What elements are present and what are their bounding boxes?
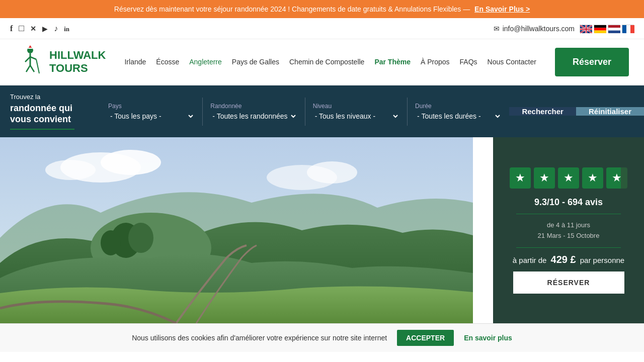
svg-rect-16	[28, 48, 33, 49]
svg-rect-6	[594, 28, 606, 30]
svg-rect-7	[594, 30, 606, 33]
banner-link[interactable]: En Savoir Plus >	[474, 5, 530, 13]
nav-pays-de-galles[interactable]: Pays de Galles	[232, 58, 279, 66]
niveau-select[interactable]: - Tous les niveaux -	[313, 112, 399, 121]
nav-par-theme[interactable]: Par Thème	[374, 58, 411, 66]
rating-dates-line2: 21 Mars - 15 Octobre	[538, 231, 600, 241]
reserve-button[interactable]: Réserver	[555, 48, 629, 76]
niveau-field: Niveau - Tous les niveaux -	[305, 98, 408, 126]
search-heading-line2: randonnée qui	[10, 103, 91, 114]
logo-line1: HILLWALK	[49, 49, 106, 62]
logo-text: HILLWALK TOURS	[49, 49, 106, 75]
rating-dates-line1: de 4 à 11 jours	[538, 220, 600, 231]
duree-field: Durée - Toutes les durées -	[408, 98, 509, 126]
search-heading-line3: vous convient	[10, 114, 91, 125]
nav-irlande[interactable]: Irlande	[124, 58, 146, 66]
logo[interactable]: HILLWALK TOURS	[15, 44, 106, 79]
pays-field: Pays - Tous les pays -	[101, 98, 203, 126]
duree-label: Durée	[415, 103, 502, 110]
nav-contact[interactable]: Nous Contacter	[488, 58, 536, 66]
flag-icons	[580, 25, 634, 33]
svg-point-28	[307, 161, 357, 184]
nav-bar: HILLWALK TOURS Irlande Écosse Angleterre…	[0, 39, 644, 85]
pays-label: Pays	[108, 103, 195, 110]
svg-point-31	[128, 223, 153, 253]
price-value: 429 £	[551, 254, 576, 265]
svg-rect-11	[622, 25, 626, 33]
facebook-icon[interactable]	[10, 23, 13, 34]
price-section: à partir de 429 £ par personne	[513, 254, 624, 265]
svg-rect-9	[608, 28, 620, 30]
svg-point-25	[101, 150, 161, 175]
reset-button[interactable]: Réinitialiser	[576, 107, 644, 116]
svg-rect-5	[594, 25, 606, 28]
social-icons: □	[10, 23, 69, 34]
svg-rect-12	[626, 25, 630, 33]
svg-line-19	[30, 57, 36, 59]
email-icon: ✉	[494, 25, 500, 33]
hero-image	[0, 137, 473, 323]
price-prefix: à partir de	[513, 256, 547, 264]
social-bar: □ ✉ info@hillwalktours.com	[0, 18, 644, 39]
nav-ecosse[interactable]: Écosse	[156, 58, 179, 66]
contact-area: ✉ info@hillwalktours.com	[494, 25, 634, 33]
rating-divider-2	[516, 247, 621, 248]
nav-a-propos[interactable]: À Propos	[421, 58, 450, 66]
star-3: ★	[558, 167, 579, 189]
rating-divider	[516, 214, 621, 214]
flag-uk[interactable]	[580, 25, 592, 33]
search-fields: Pays - Tous les pays - Randonnée - Toute…	[101, 98, 509, 126]
top-banner: Réservez dès maintenant votre séjour ran…	[0, 0, 644, 18]
flag-nl[interactable]	[608, 25, 620, 33]
price-suffix: par personne	[580, 256, 624, 264]
svg-line-20	[26, 65, 30, 72]
pays-select[interactable]: - Tous les pays -	[108, 112, 195, 121]
instagram-icon[interactable]: □	[19, 23, 24, 34]
flag-de[interactable]	[594, 25, 606, 33]
cookie-accept-button[interactable]: ACCEPTER	[397, 330, 454, 346]
stars-container: ★ ★ ★ ★ ★	[510, 167, 627, 189]
star-1: ★	[510, 167, 531, 189]
cookie-banner: Nous utilisons des cookies afin d'amélio…	[0, 323, 644, 352]
logo-line2: TOURS	[49, 62, 106, 75]
svg-line-22	[36, 59, 39, 73]
search-button[interactable]: Rechercher	[509, 107, 576, 116]
search-heading: Trouvez la randonnée qui vous convient	[0, 85, 101, 137]
search-bar: Trouvez la randonnée qui vous convient P…	[0, 85, 644, 137]
youtube-icon[interactable]	[42, 23, 48, 34]
flag-fr[interactable]	[622, 25, 634, 33]
nav-angleterre[interactable]: Angleterre	[189, 58, 222, 66]
duree-select[interactable]: - Toutes les durées -	[415, 112, 502, 121]
svg-point-26	[45, 160, 96, 180]
rating-dates: de 4 à 11 jours 21 Mars - 15 Octobre	[538, 220, 600, 241]
banner-text: Réservez dès maintenant votre séjour ran…	[114, 5, 470, 13]
svg-line-21	[30, 65, 34, 72]
rating-card: ★ ★ ★ ★ ★ 9.3/10 - 694 avis de 4 à 11 jo…	[493, 137, 644, 323]
randonnee-select[interactable]: - Toutes les randonnées -	[210, 112, 297, 121]
svg-rect-8	[608, 25, 620, 28]
tiktok-icon[interactable]	[54, 23, 58, 34]
cookie-learn-link[interactable]: En savoir plus	[464, 334, 512, 342]
svg-rect-13	[630, 25, 634, 33]
search-heading-line1: Trouvez la	[10, 93, 91, 101]
randonnee-field: Randonnée - Toutes les randonnées -	[203, 98, 305, 126]
card-reserve-button[interactable]: RÉSERVER	[513, 272, 624, 294]
nav-chemin[interactable]: Chemin de Compostelle	[289, 58, 364, 66]
x-icon[interactable]	[30, 23, 36, 34]
rating-score: 9.3/10 - 694 avis	[534, 197, 603, 208]
svg-point-32	[101, 230, 121, 255]
svg-rect-4	[580, 29, 592, 30]
randonnee-label: Randonnée	[210, 103, 297, 110]
search-buttons: Rechercher Réinitialiser	[509, 107, 644, 116]
nav-links: Irlande Écosse Angleterre Pays de Galles…	[124, 58, 536, 66]
linkedin-icon[interactable]	[64, 23, 69, 34]
niveau-label: Niveau	[313, 103, 399, 110]
nav-faqs[interactable]: FAQs	[460, 58, 477, 66]
cookie-text: Nous utilisons des cookies afin d'amélio…	[132, 334, 387, 342]
star-2: ★	[534, 167, 555, 189]
logo-icon	[15, 44, 45, 79]
svg-rect-10	[608, 30, 620, 33]
hero-section: ★ ★ ★ ★ ★ 9.3/10 - 694 avis de 4 à 11 jo…	[0, 137, 644, 323]
email-address: info@hillwalktours.com	[503, 25, 575, 33]
email-area: ✉ info@hillwalktours.com	[494, 25, 575, 33]
